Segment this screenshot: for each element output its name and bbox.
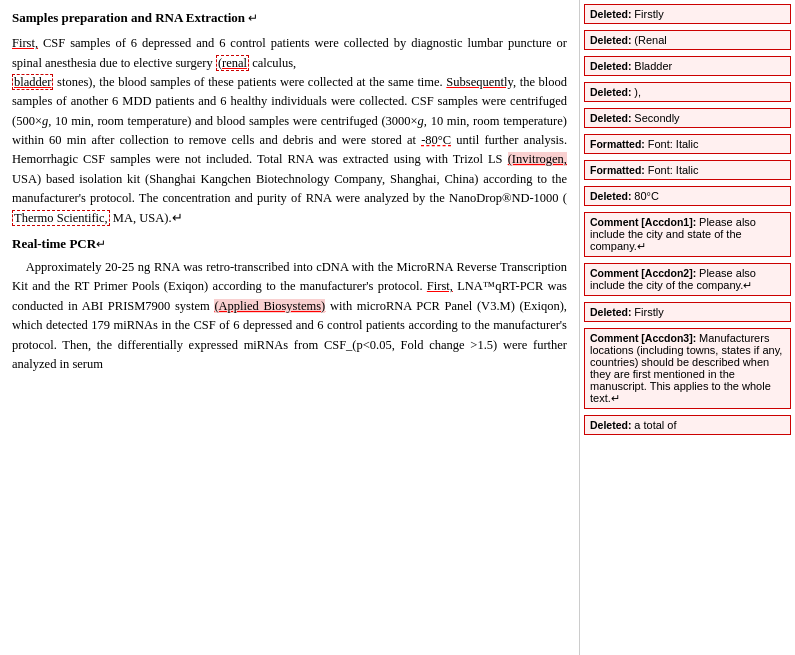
document-area: Samples preparation and RNA Extraction ↵… — [0, 0, 580, 655]
realtime-pcr-heading: Real-time PCR↵ — [12, 234, 567, 254]
renal-box: (renal — [216, 55, 249, 71]
temperature-text: -80°C — [421, 133, 451, 147]
first-p2-text: First, — [427, 279, 453, 293]
sidebar-deleted-firstly-2: Deleted: Firstly — [584, 302, 791, 322]
document-text: Samples preparation and RNA Extraction ↵… — [12, 8, 567, 374]
sidebar-comment-accdon1: Comment [Accdon1]: Please also include t… — [584, 212, 791, 257]
sidebar-deleted-bladder: Deleted: Bladder — [584, 56, 791, 76]
sidebar-comment-accdon3: Comment [Accdon3]: Manufacturers locatio… — [584, 328, 791, 409]
applied-biosystems-text: (Applied Biosystems) — [214, 299, 325, 313]
sidebar-deleted-paren: Deleted: ), — [584, 82, 791, 102]
heading-text: Samples preparation and RNA Extraction — [12, 10, 245, 25]
sidebar-formatted-italic-1: Formatted: Font: Italic — [584, 134, 791, 154]
invitrogen-text: (Invitrogen, — [508, 152, 567, 166]
sidebar-deleted-80c: Deleted: 80°C — [584, 186, 791, 206]
paragraph-2: Approximately 20-25 ng RNA was retro-tra… — [12, 258, 567, 374]
bladder-box: bladder — [12, 74, 53, 90]
section-heading: Samples preparation and RNA Extraction ↵ — [12, 8, 567, 28]
sidebar-comment-accdon2: Comment [Accdon2]: Please also include t… — [584, 263, 791, 296]
sidebar-deleted-secondly: Deleted: Secondly — [584, 108, 791, 128]
firstly-text: First, — [12, 36, 38, 50]
sidebar-deleted-atotal: Deleted: a total of — [584, 415, 791, 435]
sidebar-deleted-renal: Deleted: (Renal — [584, 30, 791, 50]
subsequently-text: Subsequently, — [446, 75, 516, 89]
paragraph-1: First, CSF samples of 6 depressed and 6 … — [12, 34, 567, 228]
sidebar-deleted-firstly: Deleted: Firstly — [584, 4, 791, 24]
thermo-box: Thermo Scientific, — [12, 210, 110, 226]
main-container: Samples preparation and RNA Extraction ↵… — [0, 0, 795, 655]
sidebar-area: Deleted: Firstly Deleted: (Renal Deleted… — [580, 0, 795, 655]
sidebar-formatted-italic-2: Formatted: Font: Italic — [584, 160, 791, 180]
